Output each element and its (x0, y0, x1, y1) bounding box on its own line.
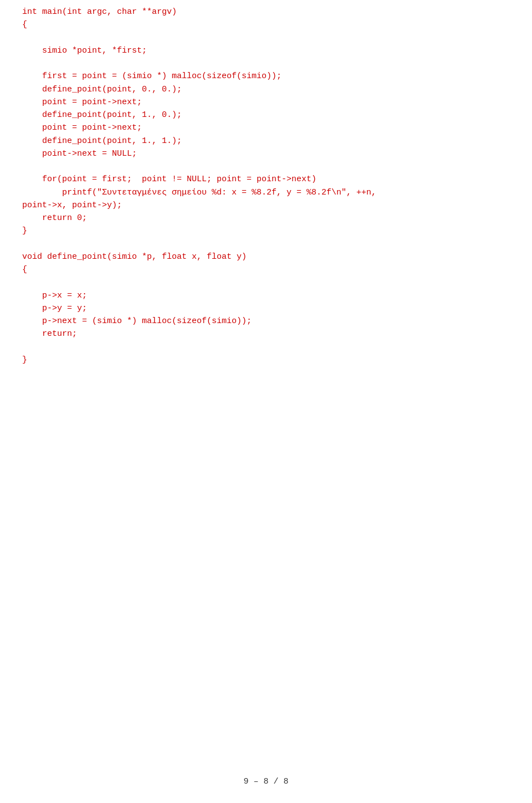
code-line-23: p->y = y; (22, 302, 510, 315)
code-line-1: { (22, 18, 510, 31)
code-line-20: { (22, 263, 510, 276)
code-line-27: } (22, 354, 510, 366)
code-line-9: point = point->next; (22, 121, 510, 134)
code-line-3: simio *point, *first; (22, 44, 510, 57)
code-line-24: p->next = (simio *) malloc(sizeof(simio)… (22, 315, 510, 328)
code-line-18 (22, 238, 510, 250)
code-line-19: void define_point(simio *p, float x, flo… (22, 250, 510, 263)
code-line-8: define_point(point, 1., 0.); (22, 109, 510, 121)
code-line-4 (22, 57, 510, 70)
code-line-17: } (22, 224, 510, 237)
page-footer: 9 – 8 / 8 (0, 777, 532, 786)
code-line-5: first = point = (simio *) malloc(sizeof(… (22, 70, 510, 83)
code-line-21 (22, 276, 510, 289)
code-line-10: define_point(point, 1., 1.); (22, 135, 510, 147)
code-line-16: return 0; (22, 212, 510, 224)
code-line-7: point = point->next; (22, 96, 510, 109)
code-line-0: int main(int argc, char **argv) (22, 6, 510, 18)
code-line-15: point->x, point->y); (22, 199, 510, 212)
code-block: int main(int argc, char **argv){ simio *… (0, 0, 532, 377)
code-line-14: printf("Συντεταγμένες σημείου %d: x = %8… (22, 186, 510, 199)
code-line-13: for(point = first; point != NULL; point … (22, 173, 510, 186)
code-line-2 (22, 32, 510, 44)
code-line-26 (22, 341, 510, 354)
code-line-6: define_point(point, 0., 0.); (22, 83, 510, 96)
code-line-22: p->x = x; (22, 289, 510, 302)
code-line-12 (22, 160, 510, 173)
code-line-11: point->next = NULL; (22, 147, 510, 160)
code-line-25: return; (22, 328, 510, 340)
